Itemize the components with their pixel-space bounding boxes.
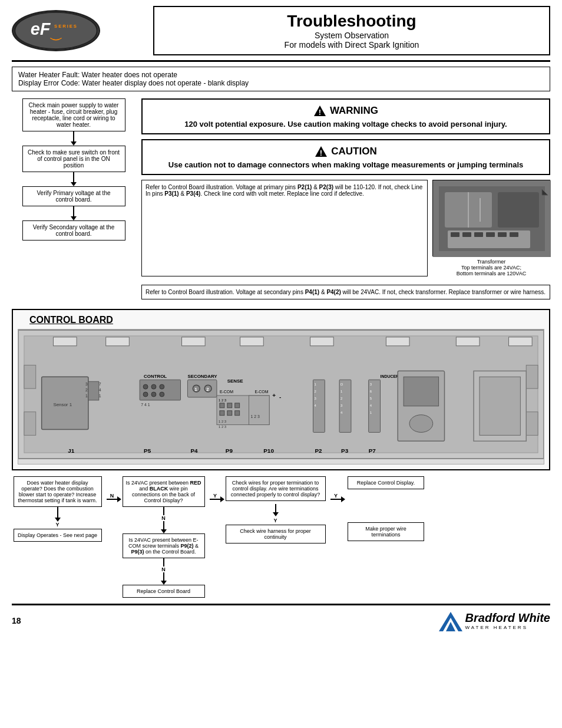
warning-body: 120 volt potential exposure. Use caution… <box>150 120 542 129</box>
svg-text:E-COM: E-COM <box>220 390 233 394</box>
page-subtitle-1: System Observation <box>166 31 537 40</box>
n-down-connector: N <box>161 507 167 533</box>
svg-rect-17 <box>486 232 495 237</box>
refer-text-2-content: Refer to Control Board illustration. Vol… <box>146 289 546 295</box>
svg-text:1 2 3: 1 2 3 <box>219 425 227 429</box>
svg-rect-68 <box>235 403 240 408</box>
svg-rect-100 <box>480 377 520 435</box>
flow-box-3: Verify Primary voltage at the control bo… <box>22 186 125 206</box>
check-wires-box: Check wires for proper termination to co… <box>226 476 326 501</box>
svg-rect-28 <box>386 337 409 346</box>
svg-point-50 <box>151 392 156 397</box>
flow-box-1: Check main power supply to water heater … <box>22 98 125 131</box>
caution-triangle-icon: ! <box>315 145 328 158</box>
svg-rect-97 <box>404 377 438 406</box>
svg-text:2: 2 <box>314 390 316 393</box>
transformer-caption-2: Top terminals are 24VAC; <box>457 265 526 271</box>
svg-rect-54 <box>187 380 217 397</box>
bottom-flowchart: Does water heater display operate? Does … <box>12 476 550 598</box>
refer-text-1: Refer to Control Board illustration. Vol… <box>141 180 428 276</box>
svg-rect-19 <box>510 232 518 237</box>
caution-box: ! CAUTION Use caution not to damage conn… <box>141 139 550 175</box>
display-question-text: Does water heater display operate? Does … <box>18 480 97 503</box>
bw-brand-sub: WATER HEATERS <box>465 625 550 630</box>
svg-text:1 2 3: 1 2 3 <box>219 420 227 423</box>
caution-title: ! CAUTION <box>150 145 542 158</box>
svg-text:4: 4 <box>99 388 101 392</box>
display-operates-box: Display Operates - See next page <box>14 529 102 542</box>
transformer-caption: Transformer Top terminals are 24VAC; Bot… <box>457 259 526 276</box>
svg-text:SERIES: SERIES <box>54 24 78 29</box>
main-content: Check main power supply to water heater … <box>12 98 550 304</box>
page-number: 18 <box>12 616 21 625</box>
y-label-3: Y <box>273 518 277 523</box>
y-label-2: Y <box>213 493 217 499</box>
transformer-caption-1: Transformer <box>457 259 526 265</box>
fault-line1: Water Heater Fault: Water heater does no… <box>18 71 544 79</box>
svg-text:CONTROL: CONTROL <box>144 374 167 379</box>
n-label-3: N <box>161 566 166 572</box>
svg-text:!: ! <box>319 108 321 117</box>
svg-text:P10: P10 <box>263 447 274 454</box>
svg-text:D: D <box>340 383 343 386</box>
bw-logo-text-group: Bradford White WATER HEATERS <box>465 611 550 630</box>
svg-text:-: - <box>279 394 281 400</box>
check-harness-box: Check wire harness for proper continuity <box>226 525 326 543</box>
y-connector-3-wrap <box>273 504 279 516</box>
svg-text:eF: eF <box>31 19 51 38</box>
connector-display <box>55 507 61 522</box>
caution-body: Use caution not to damage connectors whe… <box>150 160 542 169</box>
svg-text:SENSE: SENSE <box>227 378 243 384</box>
y-label-1: Y <box>55 522 59 528</box>
flow-box-4: Verify Secondary voltage at the control … <box>22 220 125 241</box>
bradford-white-logo: Bradford White WATER HEATERS <box>436 609 550 633</box>
svg-point-48 <box>160 384 164 389</box>
svg-rect-24 <box>106 337 130 346</box>
svg-rect-66 <box>220 403 224 408</box>
svg-text:P4: P4 <box>190 447 198 454</box>
svg-text:1  2  3: 1 2 3 <box>219 398 227 402</box>
transformer-photo <box>432 180 550 256</box>
svg-text:P3: P3 <box>341 447 349 454</box>
svg-rect-64 <box>249 396 269 425</box>
svg-rect-45 <box>140 380 180 400</box>
refer-text-2: Refer to Control Board illustration. Vol… <box>141 285 550 299</box>
connector-3 <box>71 206 77 220</box>
svg-text:INDUCER: INDUCER <box>380 374 399 378</box>
y-connector-2: Y <box>210 493 220 500</box>
svg-rect-30 <box>509 337 533 346</box>
svg-rect-25 <box>182 337 206 346</box>
svg-rect-18 <box>498 232 507 237</box>
svg-rect-23 <box>53 337 77 346</box>
svg-point-0 <box>15 12 97 49</box>
n-label-1: N <box>110 493 114 499</box>
control-board-svg: Sensor 1 3 2 1 7 4 1 CONTROL 7 4 <box>18 330 544 459</box>
header: eF SERIES Troubleshooting System Observa… <box>12 6 550 62</box>
svg-text:P5: P5 <box>144 447 151 454</box>
svg-rect-69 <box>220 411 224 416</box>
flow-box-2: Check to make sure switch on front of co… <box>22 146 125 172</box>
svg-text:P9: P9 <box>226 447 233 454</box>
right-content: ! WARNING 120 volt potential exposure. U… <box>141 98 550 304</box>
svg-text:J1: J1 <box>68 447 75 454</box>
svg-text:7   4   1: 7 4 1 <box>141 403 150 407</box>
svg-text:!: ! <box>320 149 322 157</box>
svg-rect-29 <box>456 337 480 346</box>
refer-text-1-content: Refer to Control Board illustration. Vol… <box>146 184 422 197</box>
flow-col-4: Replace Control Display. Make proper wir… <box>345 476 427 541</box>
replace-display-box: Replace Control Display. <box>348 476 424 489</box>
flow-col-3: Check wires for proper termination to co… <box>224 476 327 546</box>
flow-col-1: Does water heater display operate? Does … <box>12 476 103 542</box>
svg-rect-32 <box>24 412 36 436</box>
svg-rect-71 <box>235 411 240 416</box>
connector-2 <box>71 172 77 186</box>
ef-series-logo: eF SERIES <box>12 10 100 51</box>
transformer-photo-container: Transformer Top terminals are 24VAC; Bot… <box>432 180 550 276</box>
svg-rect-40 <box>88 381 99 400</box>
footer: 18 Bradford White WATER HEATERS <box>12 604 550 633</box>
svg-rect-31 <box>24 365 36 388</box>
svg-text:3: 3 <box>85 382 88 386</box>
refer-area-2: Refer to Control Board illustration. Vol… <box>141 285 550 299</box>
svg-text:7: 7 <box>99 382 101 386</box>
warning-label: WARNING <box>330 105 378 117</box>
